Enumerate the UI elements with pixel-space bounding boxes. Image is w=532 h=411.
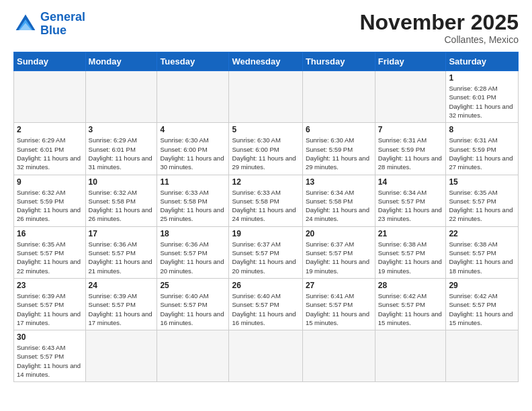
week-row-2: 2 Sunrise: 6:29 AMSunset: 6:01 PMDayligh… [14, 123, 519, 175]
day-19: 19 Sunrise: 6:37 AMSunset: 5:57 PMDaylig… [229, 226, 302, 278]
empty-cell-30e [302, 330, 375, 382]
header-sunday: Sunday [14, 52, 86, 71]
weekday-header-row: Sunday Monday Tuesday Wednesday Thursday… [14, 52, 519, 71]
logo-text: General Blue [40, 11, 85, 38]
empty-cell-30f [375, 330, 446, 382]
logo-icon [13, 12, 38, 36]
day-8: 8 Sunrise: 6:31 AMSunset: 5:59 PMDayligh… [446, 123, 519, 175]
header-friday: Friday [375, 52, 446, 71]
month-title: November 2025 [359, 11, 519, 34]
header: General Blue November 2025 Collantes, Me… [13, 11, 519, 45]
day-number-1: 1 [449, 73, 515, 83]
day-5: 5 Sunrise: 6:30 AMSunset: 6:00 PMDayligh… [229, 123, 302, 175]
empty-cell [229, 71, 302, 123]
day-20: 20 Sunrise: 6:37 AMSunset: 5:57 PMDaylig… [302, 226, 375, 278]
day-30: 30 Sunrise: 6:43 AMSunset: 5:57 PMDaylig… [14, 330, 86, 382]
week-row-5: 23 Sunrise: 6:39 AMSunset: 5:57 PMDaylig… [14, 278, 519, 330]
empty-cell [375, 71, 446, 123]
empty-cell-30g [446, 330, 519, 382]
day-28: 28 Sunrise: 6:42 AMSunset: 5:57 PMDaylig… [375, 278, 446, 330]
week-row-3: 9 Sunrise: 6:32 AMSunset: 5:59 PMDayligh… [14, 175, 519, 226]
empty-cell-30d [229, 330, 302, 382]
week-row-6: 30 Sunrise: 6:43 AMSunset: 5:57 PMDaylig… [14, 330, 519, 382]
subtitle: Collantes, Mexico [359, 34, 519, 45]
day-4: 4 Sunrise: 6:30 AMSunset: 6:00 PMDayligh… [157, 123, 229, 175]
day-21: 21 Sunrise: 6:38 AMSunset: 5:57 PMDaylig… [375, 226, 446, 278]
day-24: 24 Sunrise: 6:39 AMSunset: 5:57 PMDaylig… [85, 278, 157, 330]
day-26: 26 Sunrise: 6:40 AMSunset: 5:57 PMDaylig… [229, 278, 302, 330]
day-22: 22 Sunrise: 6:38 AMSunset: 5:57 PMDaylig… [446, 226, 519, 278]
day-13: 13 Sunrise: 6:34 AMSunset: 5:58 PMDaylig… [302, 175, 375, 226]
day-17: 17 Sunrise: 6:36 AMSunset: 5:57 PMDaylig… [85, 226, 157, 278]
day-14: 14 Sunrise: 6:34 AMSunset: 5:57 PMDaylig… [375, 175, 446, 226]
page: General Blue November 2025 Collantes, Me… [0, 0, 532, 396]
header-thursday: Thursday [302, 52, 375, 71]
header-wednesday: Wednesday [229, 52, 302, 71]
day-10: 10 Sunrise: 6:32 AMSunset: 5:58 PMDaylig… [85, 175, 157, 226]
day-1-info: Sunrise: 6:28 AMSunset: 6:01 PMDaylight:… [449, 84, 515, 120]
empty-cell-30c [157, 330, 229, 382]
header-saturday: Saturday [446, 52, 519, 71]
day-29: 29 Sunrise: 6:42 AMSunset: 5:57 PMDaylig… [446, 278, 519, 330]
week-row-4: 16 Sunrise: 6:35 AMSunset: 5:57 PMDaylig… [14, 226, 519, 278]
logo: General Blue [13, 11, 85, 38]
header-tuesday: Tuesday [157, 52, 229, 71]
empty-cell [14, 71, 86, 123]
empty-cell [157, 71, 229, 123]
day-15: 15 Sunrise: 6:35 AMSunset: 5:57 PMDaylig… [446, 175, 519, 226]
day-27: 27 Sunrise: 6:41 AMSunset: 5:57 PMDaylig… [302, 278, 375, 330]
calendar: Sunday Monday Tuesday Wednesday Thursday… [13, 52, 519, 382]
day-1: 1 Sunrise: 6:28 AMSunset: 6:01 PMDayligh… [446, 71, 519, 123]
day-9: 9 Sunrise: 6:32 AMSunset: 5:59 PMDayligh… [14, 175, 86, 226]
empty-cell-30b [85, 330, 157, 382]
day-3: 3 Sunrise: 6:29 AMSunset: 6:01 PMDayligh… [85, 123, 157, 175]
week-row-1: 1 Sunrise: 6:28 AMSunset: 6:01 PMDayligh… [14, 71, 519, 123]
day-16: 16 Sunrise: 6:35 AMSunset: 5:57 PMDaylig… [14, 226, 86, 278]
empty-cell [85, 71, 157, 123]
day-18: 18 Sunrise: 6:36 AMSunset: 5:57 PMDaylig… [157, 226, 229, 278]
day-12: 12 Sunrise: 6:33 AMSunset: 5:58 PMDaylig… [229, 175, 302, 226]
header-monday: Monday [85, 52, 157, 71]
day-6: 6 Sunrise: 6:30 AMSunset: 5:59 PMDayligh… [302, 123, 375, 175]
day-7: 7 Sunrise: 6:31 AMSunset: 5:59 PMDayligh… [375, 123, 446, 175]
empty-cell [302, 71, 375, 123]
day-23: 23 Sunrise: 6:39 AMSunset: 5:57 PMDaylig… [14, 278, 86, 330]
logo-blue: Blue [40, 24, 66, 37]
day-2: 2 Sunrise: 6:29 AMSunset: 6:01 PMDayligh… [14, 123, 86, 175]
logo-general: General [40, 10, 85, 24]
title-block: November 2025 Collantes, Mexico [359, 11, 519, 45]
day-11: 11 Sunrise: 6:33 AMSunset: 5:58 PMDaylig… [157, 175, 229, 226]
day-25: 25 Sunrise: 6:40 AMSunset: 5:57 PMDaylig… [157, 278, 229, 330]
